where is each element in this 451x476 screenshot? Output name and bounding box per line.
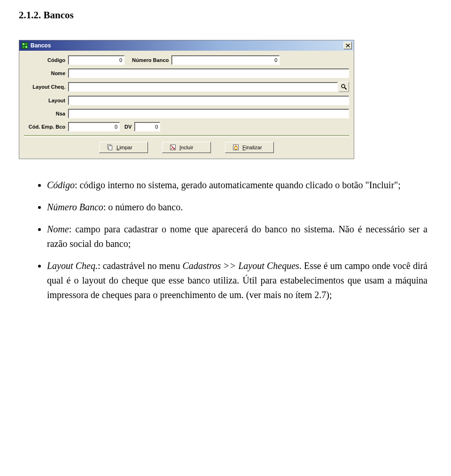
numero-banco-input[interactable]: [171, 55, 280, 65]
app-icon: [21, 42, 29, 49]
button-row: Limpar Incluir: [24, 142, 349, 155]
numero-banco-label: Número Banco: [124, 57, 171, 63]
bullet-field-nome: Nome: [47, 224, 69, 234]
bullet-text-numero-banco: : o número do banco.: [103, 202, 183, 212]
svg-rect-4: [25, 46, 27, 48]
svg-rect-3: [23, 46, 24, 48]
limpar-button[interactable]: Limpar: [99, 142, 148, 153]
svg-point-5: [342, 84, 345, 88]
row-nome: Nome: [24, 69, 349, 78]
nsa-input[interactable]: [68, 109, 349, 118]
titlebar: Bancos: [19, 40, 354, 51]
window-title: Bancos: [31, 42, 51, 49]
svg-rect-2: [25, 43, 27, 45]
row-nsa: Nsa: [24, 109, 349, 118]
incluir-button[interactable]: Incluir: [162, 142, 211, 153]
search-icon: [341, 84, 347, 90]
bullet-field-codigo: Código: [47, 180, 75, 190]
layout-input[interactable]: [68, 96, 349, 105]
svg-rect-8: [109, 146, 112, 150]
row-layout-cheq: Layout Cheq.: [24, 82, 349, 92]
section-heading: 2.1.2. Bancos: [19, 9, 432, 21]
insert-icon: [169, 144, 177, 151]
codigo-input[interactable]: [68, 55, 124, 65]
bancos-window: Bancos Código Número Banco Nome Layout C…: [19, 40, 354, 159]
codigo-label: Código: [24, 57, 68, 63]
dv-input[interactable]: [134, 122, 160, 131]
limpar-label-rest: impar: [119, 145, 132, 150]
cod-emp-bco-input[interactable]: [68, 122, 120, 131]
layout-cheq-label: Layout Cheq.: [24, 84, 68, 90]
divider: [24, 135, 349, 137]
cod-emp-bco-label: Cód. Emp. Bco: [24, 124, 68, 130]
bullet-nome: Nome: campo para cadastrar o nome que ap…: [47, 222, 432, 251]
titlebar-left: Bancos: [21, 42, 51, 49]
nsa-label: Nsa: [24, 111, 68, 116]
copy-icon: [106, 144, 114, 151]
bullet-text-a-layout-cheq: : cadastrável no menu: [98, 261, 183, 271]
nome-input[interactable]: [68, 69, 349, 78]
bullet-list: Código: código interno no sistema, gerad…: [19, 178, 432, 302]
layout-cheq-lookup-button[interactable]: [339, 82, 349, 92]
layout-cheq-input[interactable]: [68, 82, 338, 92]
form-body: Código Número Banco Nome Layout Cheq. La…: [19, 51, 354, 159]
bullet-field-numero-banco: Número Banco: [47, 202, 103, 212]
svg-line-6: [345, 88, 347, 90]
bullet-field-layout-cheq: Layout Cheq.: [47, 261, 98, 271]
power-icon: [232, 144, 240, 151]
bullet-layout-cheq: Layout Cheq.: cadastrável no menu Cadast…: [47, 259, 432, 302]
incluir-label-rest: ncluir: [181, 145, 193, 150]
close-button[interactable]: [343, 42, 352, 49]
bullet-numero-banco: Número Banco: o número do banco.: [47, 200, 432, 215]
nome-label: Nome: [24, 70, 68, 76]
row-codigo: Código Número Banco: [24, 55, 349, 65]
finalizar-button[interactable]: Finalizar: [225, 142, 274, 153]
bullet-text-codigo: : código interno no sistema, gerado auto…: [75, 180, 401, 190]
svg-rect-1: [23, 43, 24, 45]
layout-label: Layout: [24, 98, 68, 103]
finalizar-label-rest: inalizar: [246, 145, 262, 150]
row-layout: Layout: [24, 96, 349, 105]
bullet-text-nome: : campo para cadastrar o nome que aparec…: [47, 224, 428, 249]
row-cod-emp-bco: Cód. Emp. Bco DV: [24, 122, 349, 131]
bullet-em-layout-cheq: Cadastros >> Layout Cheques: [182, 261, 299, 271]
dv-label: DV: [120, 124, 134, 130]
bullet-codigo: Código: código interno no sistema, gerad…: [47, 178, 432, 192]
